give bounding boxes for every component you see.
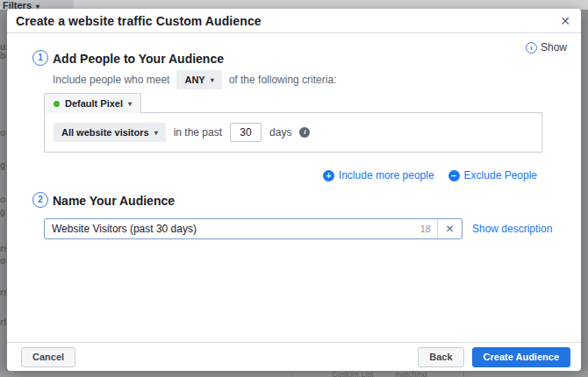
- criteria-prefix: Include people who meet: [53, 74, 169, 86]
- plus-circle-icon: +: [323, 170, 334, 181]
- match-type-value: ANY: [184, 75, 204, 85]
- background-text-fragment: on: [0, 256, 6, 266]
- days-input[interactable]: [230, 123, 262, 142]
- clear-icon: ✕: [445, 223, 454, 235]
- match-type-dropdown[interactable]: ANY ▾: [176, 70, 221, 89]
- pixel-name: Default Pixel: [65, 98, 123, 109]
- caret-down-icon: ▾: [154, 129, 158, 137]
- dialog-footer: Cancel Back Create Audience: [7, 342, 581, 371]
- chevron-left-circle-icon: ‹: [526, 42, 537, 53]
- background-text-fragment: g: [0, 160, 6, 170]
- close-button[interactable]: ✕: [560, 13, 570, 29]
- create-audience-button[interactable]: Create Audience: [472, 347, 570, 367]
- show-description-link[interactable]: Show description: [472, 223, 552, 235]
- character-count: 18: [414, 224, 437, 234]
- background-text-fragment: rs: [0, 244, 6, 253]
- include-more-people-link[interactable]: + Include more people: [323, 169, 434, 181]
- cancel-button[interactable]: Cancel: [21, 347, 75, 367]
- audience-name-field: 18 ✕: [44, 218, 463, 239]
- show-toggle-label: Show: [541, 41, 567, 53]
- background-column-divider: [463, 371, 464, 377]
- visitor-rule-row: All website visitors ▾ in the past days …: [54, 122, 310, 143]
- minus-circle-icon: −: [448, 170, 460, 181]
- info-icon[interactable]: i: [299, 127, 310, 138]
- visitor-type-value: All website visitors: [61, 127, 149, 138]
- background-column-divider: [291, 371, 292, 377]
- background-text-fragment: rt: [0, 317, 6, 327]
- dialog-header: Create a website traffic Custom Audience…: [7, 9, 581, 33]
- days-label: days: [269, 126, 291, 139]
- exclude-people-label: Exclude People: [464, 169, 537, 181]
- create-custom-audience-dialog: Create a website traffic Custom Audience…: [7, 9, 581, 371]
- audience-links-row: + Include more people − Exclude People: [323, 169, 537, 181]
- pixel-source-dropdown[interactable]: Default Pixel ▾: [44, 93, 141, 113]
- background-column-custom-list: Custom List: [332, 371, 374, 377]
- exclude-people-link[interactable]: − Exclude People: [448, 169, 537, 181]
- in-the-past-label: in the past: [174, 126, 222, 139]
- caret-down-icon: ▾: [211, 76, 214, 84]
- show-toggle-link[interactable]: ‹ Show: [526, 41, 567, 53]
- background-text-fragment: o: [0, 195, 6, 204]
- criteria-box: All website visitors ▾ in the past days …: [44, 112, 542, 153]
- step-1-badge: 1: [32, 50, 48, 66]
- back-button[interactable]: Back: [418, 347, 463, 367]
- visitor-type-dropdown[interactable]: All website visitors ▾: [54, 123, 166, 142]
- background-text-fragment: ba: [0, 51, 6, 60]
- pixel-status-dot-icon: [54, 101, 60, 107]
- step-2-heading: Name Your Audience: [53, 194, 175, 208]
- criteria-sentence: Include people who meet ANY ▾ of the fol…: [53, 70, 336, 89]
- step-2-badge: 2: [32, 192, 48, 208]
- close-icon: ✕: [560, 14, 570, 28]
- step-1-heading: Add People to Your Audience: [53, 52, 224, 66]
- background-table-header: Custom List matching: [0, 371, 588, 377]
- include-more-people-label: Include more people: [339, 169, 434, 181]
- clear-name-button[interactable]: ✕: [438, 219, 462, 238]
- background-text-fragment: 0: [0, 209, 6, 218]
- audience-name-input[interactable]: [45, 223, 414, 235]
- background-text-fragment: rs: [0, 288, 6, 297]
- background-text-fragment: o:: [0, 128, 6, 138]
- background-column-matching: matching: [395, 371, 427, 377]
- caret-down-icon: ▾: [128, 100, 132, 108]
- criteria-suffix: of the following criteria:: [229, 74, 337, 86]
- dialog-title: Create a website traffic Custom Audience: [16, 14, 262, 28]
